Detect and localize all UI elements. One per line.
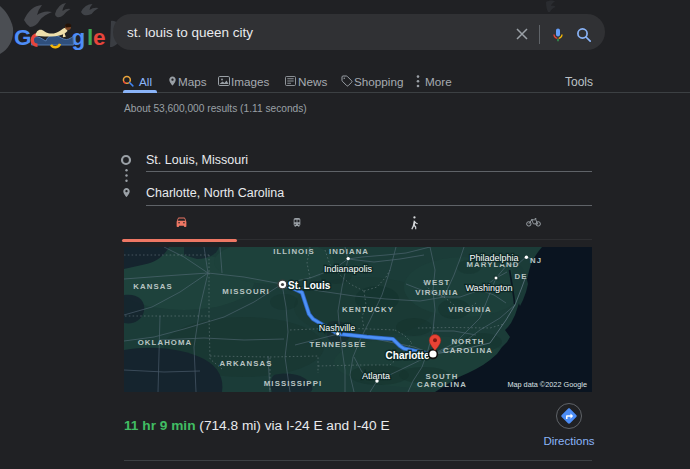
svg-text:KENTUCKY: KENTUCKY	[342, 305, 394, 314]
svg-text:Washington: Washington	[465, 283, 512, 293]
svg-text:g: g	[72, 25, 86, 50]
svg-text:DE: DE	[514, 272, 527, 281]
svg-text:ILLINOIS: ILLINOIS	[273, 247, 315, 256]
svg-text:WEST: WEST	[424, 278, 451, 287]
svg-text:Map data ©2022 Google: Map data ©2022 Google	[507, 380, 587, 389]
svg-text:Indianapolis: Indianapolis	[324, 264, 373, 274]
svg-text:ARKANSAS: ARKANSAS	[220, 359, 273, 368]
svg-text:Atlanta: Atlanta	[362, 371, 390, 381]
svg-text:VIRGINIA: VIRGINIA	[448, 305, 491, 314]
svg-text:VIRGINIA: VIRGINIA	[415, 288, 458, 297]
svg-text:St. Louis: St. Louis	[288, 280, 331, 291]
svg-text:Charlotte: Charlotte	[386, 350, 430, 361]
svg-text:e: e	[93, 25, 106, 50]
svg-text:G: G	[14, 25, 32, 50]
svg-text:Nashville: Nashville	[319, 323, 356, 333]
svg-text:CAROLINA: CAROLINA	[417, 380, 467, 389]
svg-text:KANSAS: KANSAS	[133, 282, 173, 291]
svg-text:MISSISSIPPI: MISSISSIPPI	[264, 379, 322, 388]
svg-text:INDIANA: INDIANA	[329, 247, 369, 256]
svg-text:NORTH: NORTH	[451, 337, 484, 346]
svg-text:MISSOURI: MISSOURI	[222, 287, 269, 296]
svg-text:CAROLINA: CAROLINA	[443, 346, 493, 355]
svg-text:OKLAHOMA: OKLAHOMA	[138, 338, 193, 347]
svg-text:NJ: NJ	[530, 256, 542, 265]
svg-text:Philadelphia: Philadelphia	[469, 253, 518, 263]
svg-text:TENNESSEE: TENNESSEE	[309, 340, 366, 349]
